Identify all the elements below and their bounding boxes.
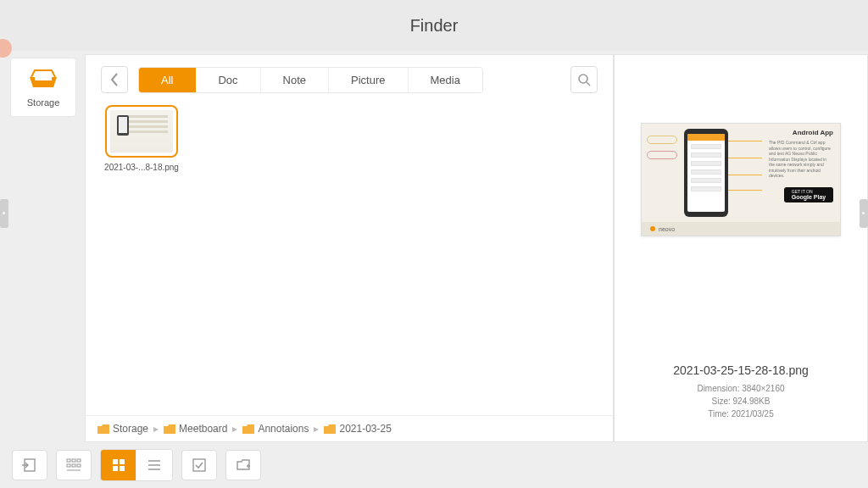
folder-icon [164, 424, 175, 434]
svg-rect-12 [120, 459, 125, 464]
svg-rect-0 [35, 77, 52, 80]
folder-icon [242, 424, 254, 434]
tab-all[interactable]: All [139, 68, 196, 92]
breadcrumb-item[interactable]: 2021-03-25 [324, 423, 391, 435]
sidebar-item-label: Storage [27, 97, 60, 108]
chevron-right-icon: ▸ [232, 423, 237, 435]
file-name: 2021-03-...8-18.png [104, 163, 179, 172]
svg-rect-5 [72, 459, 75, 462]
svg-rect-11 [113, 459, 118, 464]
svg-line-2 [587, 82, 590, 86]
preview-promo-copy: The PID Command & Ctrl app allows users … [769, 140, 833, 179]
toolbar: All Doc Note Picture Media [86, 55, 613, 102]
preview-brand: neovo [659, 226, 675, 232]
exit-icon [22, 458, 37, 473]
check-icon [192, 458, 207, 473]
main-pane: All Doc Note Picture Media [85, 54, 614, 442]
breadcrumb-item[interactable]: Storage [97, 423, 148, 435]
new-folder-button[interactable] [225, 450, 261, 480]
preview-promo-title: Android App [769, 129, 833, 136]
svg-rect-8 [72, 464, 75, 467]
edge-handle-left[interactable] [0, 199, 8, 228]
back-button[interactable] [101, 66, 128, 93]
preview-size: Size: 924.98KB [697, 395, 784, 408]
breadcrumb-label: Annotaions [258, 423, 309, 435]
file-item[interactable]: 2021-03-...8-18.png [103, 105, 181, 172]
svg-rect-14 [120, 466, 125, 471]
preview-filename: 2021-03-25-15-28-18.png [673, 363, 809, 377]
breadcrumb-item[interactable]: Meetboard [164, 423, 227, 435]
breadcrumb-label: Meetboard [179, 423, 227, 435]
preview-image: Android App The PID Command & Ctrl app a… [641, 123, 841, 236]
breadcrumb-label: 2021-03-25 [339, 423, 391, 435]
preview-dimension: Dimension: 3840×2160 [697, 382, 784, 395]
view-mode-group [100, 449, 173, 481]
bottom-toolbar [0, 442, 868, 488]
sort-icon [66, 458, 81, 473]
breadcrumb-item[interactable]: Annotaions [242, 423, 309, 435]
tab-doc[interactable]: Doc [196, 68, 260, 92]
search-icon [577, 73, 591, 86]
new-folder-icon [236, 458, 251, 473]
search-button[interactable] [570, 66, 598, 93]
svg-rect-7 [67, 464, 70, 467]
sidebar-item-storage[interactable]: Storage [10, 58, 76, 117]
folder-icon [324, 424, 336, 434]
exit-button[interactable] [12, 450, 47, 480]
breadcrumb: Storage ▸ Meetboard ▸ Annotaions ▸ 2021-… [86, 415, 613, 441]
svg-rect-13 [113, 466, 118, 471]
filter-tabs: All Doc Note Picture Media [138, 67, 483, 93]
breadcrumb-label: Storage [113, 423, 148, 435]
select-button[interactable] [181, 450, 217, 480]
svg-rect-18 [193, 459, 205, 471]
preview-metadata: Dimension: 3840×2160 Size: 924.98KB Time… [697, 382, 784, 420]
file-thumbnail [105, 105, 178, 158]
sort-button[interactable] [56, 450, 92, 480]
svg-point-1 [579, 75, 587, 83]
title-bar: Finder [0, 0, 868, 51]
preview-pane: Android App The PID Command & Ctrl app a… [614, 54, 868, 442]
sidebar: Storage [0, 54, 85, 442]
grid-view-button[interactable] [101, 450, 136, 480]
folder-icon [97, 424, 109, 434]
chevron-right-icon: ▸ [153, 423, 159, 435]
chevron-right-icon: ▸ [314, 423, 319, 435]
chevron-left-icon [110, 73, 119, 86]
svg-rect-4 [67, 459, 70, 462]
window-title: Finder [410, 16, 459, 36]
svg-rect-6 [77, 459, 81, 462]
file-grid: 2021-03-...8-18.png [86, 102, 613, 415]
tab-media[interactable]: Media [409, 68, 482, 92]
tab-note[interactable]: Note [261, 68, 329, 92]
storage-icon [26, 69, 60, 91]
list-view-button[interactable] [136, 450, 172, 480]
google-play-badge: GET IT ON Google Play [784, 187, 833, 202]
tab-picture[interactable]: Picture [329, 68, 408, 92]
grid-icon [111, 458, 126, 473]
preview-time: Time: 2021/03/25 [697, 408, 784, 420]
edge-handle-right[interactable] [860, 199, 868, 228]
svg-rect-9 [77, 464, 81, 467]
list-icon [147, 458, 162, 473]
